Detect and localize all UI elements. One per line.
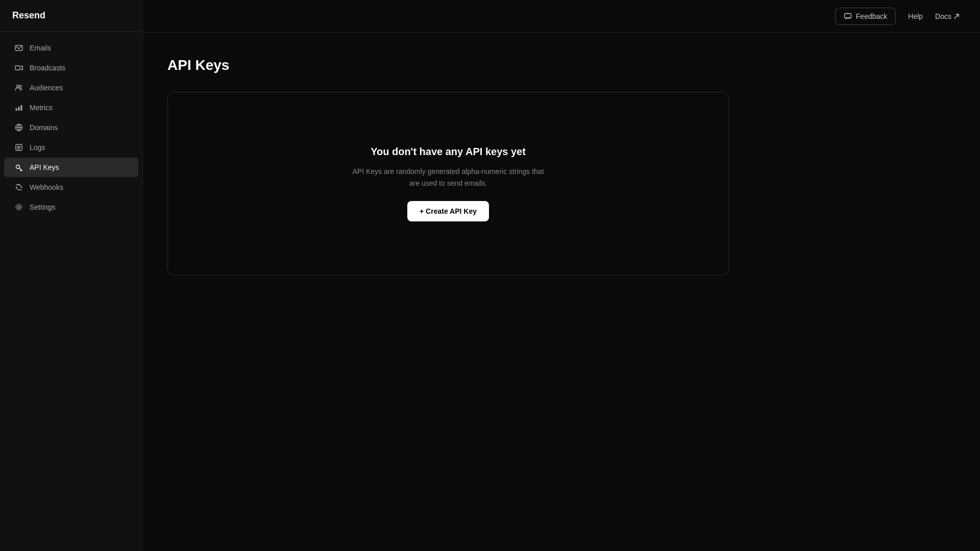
sidebar-item-api-keys-label: API Keys <box>30 163 59 171</box>
sidebar-item-domains[interactable]: Domains <box>4 118 138 137</box>
app-logo: Resend <box>0 0 142 32</box>
sidebar-item-api-keys[interactable]: API Keys <box>4 158 138 177</box>
sidebar-item-webhooks-label: Webhooks <box>30 183 63 191</box>
header: Feedback Help Docs <box>143 0 980 33</box>
empty-state: You don't have any API keys yet API Keys… <box>331 115 566 252</box>
svg-rect-6 <box>21 105 22 111</box>
docs-label: Docs <box>935 12 951 20</box>
svg-point-11 <box>21 187 22 188</box>
sidebar-item-emails-label: Emails <box>30 44 51 52</box>
create-api-key-button[interactable]: + Create API Key <box>407 201 489 221</box>
logs-icon <box>14 143 23 152</box>
svg-rect-5 <box>18 107 20 111</box>
help-link[interactable]: Help <box>908 12 923 20</box>
metrics-icon <box>14 103 23 112</box>
sidebar-item-emails[interactable]: Emails <box>4 38 138 58</box>
feedback-icon <box>844 12 852 20</box>
page-content: API Keys You don't have any API keys yet… <box>143 33 980 551</box>
external-link-icon <box>953 13 960 19</box>
api-keys-empty-card: You don't have any API keys yet API Keys… <box>167 92 729 276</box>
sidebar-item-audiences[interactable]: Audiences <box>4 78 138 97</box>
svg-rect-14 <box>844 13 851 18</box>
svg-rect-4 <box>16 108 17 111</box>
sidebar-item-audiences-label: Audiences <box>30 84 63 92</box>
svg-point-13 <box>18 206 20 209</box>
svg-point-3 <box>20 85 22 87</box>
sidebar-item-logs-label: Logs <box>30 143 45 152</box>
empty-description: API Keys are randomly generated alpha-nu… <box>351 166 545 189</box>
sidebar-item-metrics-label: Metrics <box>30 104 53 112</box>
svg-point-12 <box>18 184 20 186</box>
globe-icon <box>14 123 23 132</box>
sidebar: Resend Emails Broadcasts <box>0 0 143 551</box>
svg-rect-1 <box>15 66 20 70</box>
sidebar-item-metrics[interactable]: Metrics <box>4 98 138 117</box>
settings-icon <box>14 203 23 212</box>
sidebar-item-webhooks[interactable]: Webhooks <box>4 178 138 197</box>
sidebar-item-broadcasts[interactable]: Broadcasts <box>4 58 138 78</box>
sidebar-item-domains-label: Domains <box>30 123 58 132</box>
broadcast-icon <box>14 63 23 72</box>
empty-title: You don't have any API keys yet <box>371 146 526 158</box>
sidebar-item-settings-label: Settings <box>30 203 56 211</box>
audiences-icon <box>14 83 23 92</box>
webhooks-icon <box>14 183 23 192</box>
feedback-label: Feedback <box>856 12 887 20</box>
sidebar-item-settings[interactable]: Settings <box>4 197 138 217</box>
page-title: API Keys <box>167 57 955 73</box>
mail-icon <box>14 43 23 53</box>
sidebar-nav: Emails Broadcasts Audience <box>0 32 142 551</box>
sidebar-item-broadcasts-label: Broadcasts <box>30 64 65 72</box>
sidebar-item-logs[interactable]: Logs <box>4 138 138 157</box>
feedback-button[interactable]: Feedback <box>835 8 896 25</box>
main-content: Feedback Help Docs API Keys You don't ha… <box>143 0 980 551</box>
docs-link[interactable]: Docs <box>935 12 960 20</box>
key-icon <box>14 163 23 172</box>
svg-point-2 <box>17 85 19 88</box>
svg-point-10 <box>16 187 17 188</box>
